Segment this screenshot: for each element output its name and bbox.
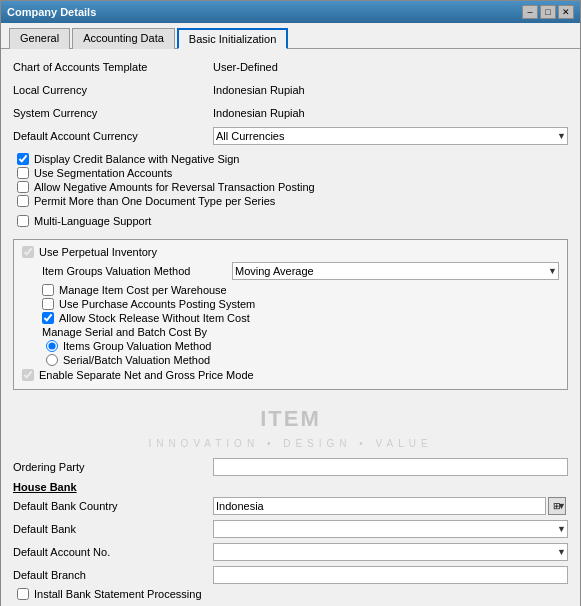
default-account-currency-select[interactable]: All Currencies [213, 127, 568, 145]
checkbox-permit-more: Permit More than One Document Type per S… [13, 195, 568, 207]
system-currency-row: System Currency Indonesian Rupiah [13, 103, 568, 123]
checkbox-install-bank: Install Bank Statement Processing [13, 588, 568, 600]
checkbox-allow-negative: Allow Negative Amounts for Reversal Tran… [13, 181, 568, 193]
default-branch-row: Default Branch [13, 565, 568, 585]
default-bank-select[interactable] [213, 520, 568, 538]
local-currency-value: Indonesian Rupiah [213, 84, 568, 96]
checkbox-separate-net-gross-input[interactable] [22, 369, 34, 381]
default-account-currency-row: Default Account Currency All Currencies … [13, 126, 568, 146]
checkbox-manage-item-cost-label: Manage Item Cost per Warehouse [59, 284, 227, 296]
checkbox-multi-language: Multi-Language Support [13, 215, 568, 227]
checkbox-use-purchase-accounts-input[interactable] [42, 298, 54, 310]
checkbox-permit-more-input[interactable] [17, 195, 29, 207]
default-branch-value [213, 566, 568, 584]
checkbox-display-credit: Display Credit Balance with Negative Sig… [13, 153, 568, 165]
manage-serial-label: Manage Serial and Batch Cost By [42, 326, 207, 338]
checkbox-manage-item-cost: Manage Item Cost per Warehouse [22, 284, 559, 296]
watermark-sub: INNOVATION • DESIGN • VALUE [13, 438, 568, 457]
default-account-no-select[interactable] [213, 543, 568, 561]
checkbox-manage-item-cost-input[interactable] [42, 284, 54, 296]
checkbox-multi-language-input[interactable] [17, 215, 29, 227]
bank-country-browse-button[interactable]: ⊞ [548, 497, 566, 515]
radio-serial-batch-valuation-input[interactable] [46, 354, 58, 366]
maximize-button[interactable]: □ [540, 5, 556, 19]
item-groups-valuation-value: Moving Average ▼ [232, 262, 559, 280]
checkbox-separate-net-gross-label: Enable Separate Net and Gross Price Mode [39, 369, 254, 381]
local-currency-label: Local Currency [13, 84, 213, 96]
checkbox-use-segmentation: Use Segmentation Accounts [13, 167, 568, 179]
checkbox-allow-stock-release: Allow Stock Release Without Item Cost [22, 312, 559, 324]
checkbox-allow-stock-release-input[interactable] [42, 312, 54, 324]
checkbox-permit-more-label: Permit More than One Document Type per S… [34, 195, 275, 207]
perpetual-inventory-group: Use Perpetual Inventory Item Groups Valu… [13, 239, 568, 390]
default-bank-country-select[interactable]: Indonesia [213, 497, 546, 515]
checkbox-allow-negative-input[interactable] [17, 181, 29, 193]
tab-accounting-data[interactable]: Accounting Data [72, 28, 175, 49]
manage-serial-label-row: Manage Serial and Batch Cost By [22, 326, 559, 338]
checkbox-use-segmentation-label: Use Segmentation Accounts [34, 167, 172, 179]
checkbox-use-purchase-accounts-label: Use Purchase Accounts Posting System [59, 298, 255, 310]
checkbox-multi-language-label: Multi-Language Support [34, 215, 151, 227]
checkbox-install-bank-label: Install Bank Statement Processing [34, 588, 202, 600]
chart-of-accounts-row: Chart of Accounts Template User-Defined [13, 57, 568, 77]
item-groups-valuation-label: Item Groups Valuation Method [42, 265, 232, 277]
chart-of-accounts-label: Chart of Accounts Template [13, 61, 213, 73]
ordering-party-input[interactable] [213, 458, 568, 476]
house-bank-label: House Bank [13, 481, 568, 493]
default-bank-value: ▼ [213, 520, 568, 538]
checkbox-display-credit-input[interactable] [17, 153, 29, 165]
default-bank-country-row: Default Bank Country Indonesia ▼ ⊞ [13, 496, 568, 516]
tab-general[interactable]: General [9, 28, 70, 49]
default-bank-label: Default Bank [13, 523, 213, 535]
watermark-line1: ITEM [260, 406, 321, 431]
watermark-area: ITEM [13, 396, 568, 438]
default-account-currency-value: All Currencies ▼ [213, 127, 568, 145]
title-bar-buttons: – □ ✕ [522, 5, 574, 19]
checkbox-allow-negative-label: Allow Negative Amounts for Reversal Tran… [34, 181, 315, 193]
default-bank-row: Default Bank ▼ [13, 519, 568, 539]
default-branch-label: Default Branch [13, 569, 213, 581]
checkbox-allow-stock-release-label: Allow Stock Release Without Item Cost [59, 312, 250, 324]
chart-of-accounts-value: User-Defined [213, 61, 568, 73]
default-account-currency-label: Default Account Currency [13, 130, 213, 142]
checkbox-use-segmentation-input[interactable] [17, 167, 29, 179]
checkbox-perpetual-inventory-input[interactable] [22, 246, 34, 258]
radio-items-group-valuation: Items Group Valuation Method [22, 340, 559, 352]
ordering-party-value [213, 458, 568, 476]
item-groups-valuation-row: Item Groups Valuation Method Moving Aver… [22, 261, 559, 281]
title-bar: Company Details – □ ✕ [1, 1, 580, 23]
radio-serial-batch-valuation-label: Serial/Batch Valuation Method [63, 354, 210, 366]
default-branch-input[interactable] [213, 566, 568, 584]
local-currency-row: Local Currency Indonesian Rupiah [13, 80, 568, 100]
item-groups-valuation-select[interactable]: Moving Average [232, 262, 559, 280]
radio-items-group-valuation-input[interactable] [46, 340, 58, 352]
company-details-window: Company Details – □ ✕ General Accounting… [0, 0, 581, 606]
close-button[interactable]: ✕ [558, 5, 574, 19]
checkbox-display-credit-label: Display Credit Balance with Negative Sig… [34, 153, 239, 165]
minimize-button[interactable]: – [522, 5, 538, 19]
default-account-no-row: Default Account No. ▼ [13, 542, 568, 562]
checkbox-install-bank-input[interactable] [17, 588, 29, 600]
tab-basic-initialization[interactable]: Basic Initialization [177, 28, 288, 49]
default-bank-country-value: Indonesia ▼ ⊞ [213, 497, 568, 515]
ordering-party-label: Ordering Party [13, 461, 213, 473]
content-area: Chart of Accounts Template User-Defined … [1, 49, 580, 606]
checkbox-use-purchase-accounts: Use Purchase Accounts Posting System [22, 298, 559, 310]
radio-serial-batch-valuation: Serial/Batch Valuation Method [22, 354, 559, 366]
radio-items-group-valuation-label: Items Group Valuation Method [63, 340, 211, 352]
default-bank-country-label: Default Bank Country [13, 500, 213, 512]
window-title: Company Details [7, 6, 96, 18]
ordering-party-row: Ordering Party [13, 457, 568, 477]
checkbox-separate-net-gross: Enable Separate Net and Gross Price Mode [22, 369, 559, 381]
default-account-no-label: Default Account No. [13, 546, 213, 558]
system-currency-label: System Currency [13, 107, 213, 119]
default-account-no-value: ▼ [213, 543, 568, 561]
checkbox-perpetual-inventory-label: Use Perpetual Inventory [39, 246, 157, 258]
tabs-row: General Accounting Data Basic Initializa… [1, 23, 580, 49]
checkbox-perpetual-inventory: Use Perpetual Inventory [22, 246, 559, 258]
system-currency-value: Indonesian Rupiah [213, 107, 568, 119]
